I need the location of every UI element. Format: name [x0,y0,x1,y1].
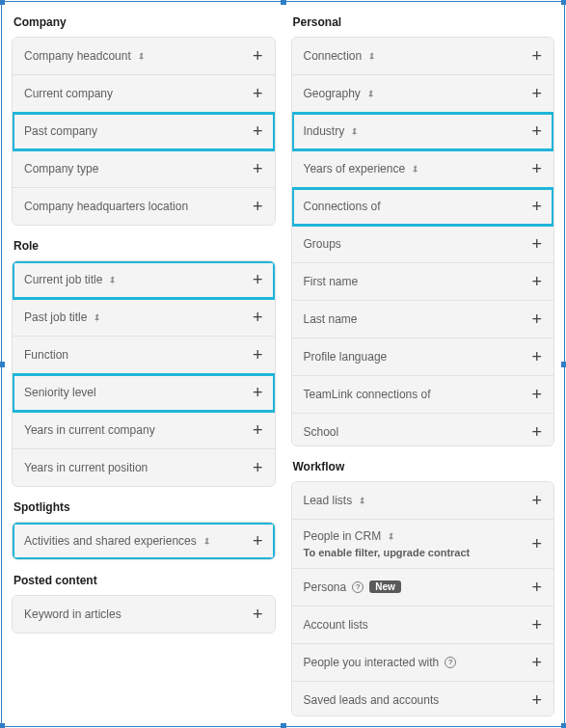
add-icon[interactable]: + [253,47,263,65]
add-icon[interactable]: + [253,459,263,476]
filter-row[interactable]: First name+ [292,263,554,301]
help-icon[interactable]: ? [445,657,456,668]
add-icon[interactable]: + [531,654,542,671]
add-icon[interactable]: + [253,532,263,550]
filter-row-left: Persona?New [304,580,532,594]
filter-row[interactable]: Years in current company+ [13,412,275,449]
add-icon[interactable]: + [253,122,263,140]
filter-label: Company type [24,162,98,175]
pin-icon [202,536,212,546]
filter-row[interactable]: People in CRMTo enable filter, upgrade c… [292,520,554,569]
add-icon[interactable]: + [531,348,542,365]
filter-row[interactable]: Saved leads and accounts+ [292,682,554,716]
filter-row[interactable]: Lead lists+ [292,482,554,520]
filter-row-left: Company headcount [24,49,253,63]
filter-row-left: Company type [24,162,253,175]
add-icon[interactable]: + [531,198,542,215]
filter-row[interactable]: Past company+ [13,113,275,150]
filter-row[interactable]: Activities and shared experiences+ [13,523,275,559]
selection-handle[interactable] [561,0,566,5]
filter-row-left: TeamLink connections of [304,388,532,401]
add-icon[interactable]: + [531,160,542,177]
selection-handle[interactable] [561,723,566,728]
filter-row[interactable]: Years in current position+ [13,449,275,486]
filter-row-left: Years of experience [304,162,532,175]
filter-label: People you interacted with [304,656,440,669]
filter-row[interactable]: School+ [292,414,554,446]
add-icon[interactable]: + [253,606,263,623]
filter-row[interactable]: TeamLink connections of+ [292,376,554,414]
filter-label: Persona [304,580,347,594]
group-posted: Keyword in articles+ [12,595,276,634]
filter-row-left: Function [24,348,253,362]
filter-label: Connections of [304,200,381,213]
filter-row-left: Past company [24,124,253,138]
filter-row[interactable]: Company type+ [13,150,275,188]
filter-row[interactable]: Keyword in articles+ [13,596,275,633]
filter-label: Company headcount [24,49,131,63]
filter-label: Account lists [304,618,368,632]
filter-sublabel: To enable filter, upgrade contract [304,547,471,558]
filter-row[interactable]: Connections of+ [292,188,554,226]
add-icon[interactable]: + [253,160,263,177]
add-icon[interactable]: + [253,346,263,364]
filter-row[interactable]: Groups+ [292,226,554,263]
add-icon[interactable]: + [531,235,542,253]
filter-row[interactable]: Last name+ [292,301,554,338]
add-icon[interactable]: + [253,198,263,215]
filter-row-left: Groups [304,237,532,251]
filter-row[interactable]: Company headcount+ [13,38,275,75]
filter-row-left: Industry [304,124,532,138]
filter-row-left: Seniority level [24,386,253,399]
add-icon[interactable]: + [253,309,263,326]
add-icon[interactable]: + [531,310,542,328]
add-icon[interactable]: + [531,47,542,65]
selection-handle[interactable] [0,723,5,728]
filter-row[interactable]: Current job title+ [13,261,275,299]
section-title-posted: Posted content [13,574,276,587]
filter-label: School [304,425,339,439]
add-icon[interactable]: + [531,85,542,102]
add-icon[interactable]: + [253,271,263,288]
filter-row-left: Keyword in articles [24,607,253,621]
filter-row[interactable]: Geography+ [292,75,554,113]
filter-row-left: Activities and shared experiences [24,534,253,548]
selection-handle[interactable] [281,723,286,728]
filter-row[interactable]: Current company+ [13,75,275,113]
filter-row[interactable]: Account lists+ [292,607,554,644]
add-icon[interactable]: + [531,386,542,403]
filter-row[interactable]: Function+ [13,337,275,374]
add-icon[interactable]: + [253,421,263,439]
filter-row[interactable]: Company headquarters location+ [13,188,275,225]
add-icon[interactable]: + [253,85,263,102]
section-title-spotlights: Spotlights [13,500,276,514]
add-icon[interactable]: + [531,492,542,509]
filter-row-left: Company headquarters location [24,200,253,213]
add-icon[interactable]: + [531,122,542,140]
filter-row-left: First name [304,275,532,288]
add-icon[interactable]: + [531,423,542,441]
help-icon[interactable]: ? [352,581,364,593]
filter-row[interactable]: People you interacted with?+ [292,644,554,682]
filter-row[interactable]: Industry+ [292,113,554,150]
add-icon[interactable]: + [531,535,542,553]
filter-row[interactable]: Profile language+ [292,338,554,376]
add-icon[interactable]: + [531,616,542,634]
selection-handle[interactable] [0,362,5,367]
selection-handle[interactable] [561,362,566,367]
filter-row[interactable]: Years of experience+ [292,150,554,188]
filter-row[interactable]: Past job title+ [13,299,275,337]
filter-row[interactable]: Connection+ [292,38,554,75]
add-icon[interactable]: + [531,579,542,596]
filter-label: Years in current position [24,461,148,474]
selection-handle[interactable] [0,0,5,5]
filter-row-left: Connection [304,49,532,63]
filter-label: Years of experience [304,162,406,175]
add-icon[interactable]: + [531,273,542,290]
filter-row[interactable]: Seniority level+ [13,374,275,412]
add-icon[interactable]: + [531,691,542,709]
selection-handle[interactable] [281,0,286,5]
filter-label: Last name [304,312,358,326]
filter-row[interactable]: Persona?New+ [292,569,554,607]
add-icon[interactable]: + [253,384,263,401]
